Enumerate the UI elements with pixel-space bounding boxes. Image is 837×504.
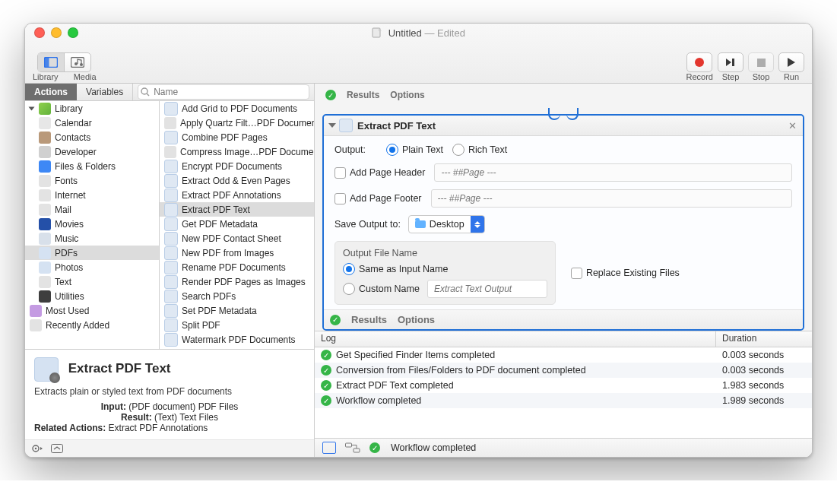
detail-result-label: Result: xyxy=(121,412,152,423)
category-movies[interactable]: Movies xyxy=(25,217,159,231)
action-item-icon xyxy=(164,319,178,332)
svg-rect-6 xyxy=(732,59,734,66)
close-window-button[interactable] xyxy=(34,27,45,38)
category-files-folders[interactable]: Files & Folders xyxy=(25,159,159,173)
results-link[interactable]: Results xyxy=(351,314,387,325)
smart-most-used[interactable]: Most Used xyxy=(25,303,159,318)
play-icon xyxy=(786,57,797,68)
output-plain-radio[interactable]: Plain Text xyxy=(386,144,443,156)
action-new-pdf-contact-sheet[interactable]: New PDF Contact Sheet xyxy=(160,231,314,246)
log-header-log[interactable]: Log xyxy=(315,331,716,347)
category-music[interactable]: Music xyxy=(25,231,159,246)
action-extract-odd-even-pages[interactable]: Extract Odd & Even Pages xyxy=(160,173,314,188)
stop-label: Stop xyxy=(753,72,770,81)
footer-template-input[interactable] xyxy=(431,189,792,208)
zoom-window-button[interactable] xyxy=(68,27,78,38)
library-media-segmented[interactable] xyxy=(37,52,91,72)
library-root[interactable]: Library xyxy=(25,101,159,116)
svg-rect-2 xyxy=(45,58,49,68)
detail-input-value: (PDF document) PDF Files xyxy=(128,401,238,412)
action-watermark-pdf-documents[interactable]: Watermark PDF Documents xyxy=(160,332,314,347)
ofn-custom-input[interactable] xyxy=(427,280,547,298)
replace-existing-checkbox[interactable]: Replace Existing Files xyxy=(571,268,680,279)
options-link[interactable]: Options xyxy=(398,314,435,325)
action-title: Extract PDF Text xyxy=(357,120,436,132)
action-item-icon xyxy=(164,117,176,129)
category-text[interactable]: Text xyxy=(25,274,159,289)
action-split-pdf[interactable]: Split PDF xyxy=(160,318,314,332)
action-search-pdfs[interactable]: Search PDFs xyxy=(160,289,314,303)
disclosure-triangle-icon[interactable] xyxy=(328,123,336,128)
log-row[interactable]: ✓Extract PDF Text completed1.983 seconds xyxy=(315,378,812,393)
ofn-same-radio[interactable]: Same as Input Name xyxy=(343,263,448,275)
action-apply-quartz-filt-pdf-documents[interactable]: Apply Quartz Filt…PDF Documents xyxy=(160,116,314,130)
log-row[interactable]: ✓Get Specified Finder Items completed0.0… xyxy=(315,347,812,363)
log-row[interactable]: ✓Workflow completed1.989 seconds xyxy=(315,393,812,408)
action-add-grid-to-pdf-documents[interactable]: Add Grid to PDF Documents xyxy=(160,101,314,116)
action-new-pdf-from-images[interactable]: New PDF from Images xyxy=(160,246,314,260)
category-contacts[interactable]: Contacts xyxy=(25,130,159,144)
action-extract-pdf-text[interactable]: Extract PDF Text xyxy=(160,202,314,217)
tab-actions[interactable]: Actions xyxy=(25,84,77,100)
actions-list[interactable]: Add Grid to PDF DocumentsApply Quartz Fi… xyxy=(160,101,314,349)
options-link[interactable]: Options xyxy=(390,90,424,100)
smart-recently-added[interactable]: Recently Added xyxy=(25,318,159,332)
category-developer[interactable]: Developer xyxy=(25,144,159,159)
output-rich-radio[interactable]: Rich Text xyxy=(452,144,507,156)
minimize-window-button[interactable] xyxy=(51,27,62,38)
category-fonts[interactable]: Fonts xyxy=(25,173,159,188)
view-mode-flow-icon[interactable] xyxy=(345,442,360,453)
action-item-icon xyxy=(164,146,176,158)
category-utilities[interactable]: Utilities xyxy=(25,289,159,303)
library-icon xyxy=(39,103,51,115)
action-compress-image-pdf-documents[interactable]: Compress Image…PDF Documents xyxy=(160,144,314,159)
ofn-custom-radio[interactable]: Custom Name xyxy=(343,283,420,295)
category-photos[interactable]: Photos xyxy=(25,260,159,274)
action-item-icon xyxy=(164,246,178,260)
view-mode-list-icon[interactable] xyxy=(322,442,336,454)
check-icon: ✓ xyxy=(321,350,331,360)
category-icon xyxy=(39,146,51,158)
media-toggle[interactable] xyxy=(65,53,90,71)
category-calendar[interactable]: Calendar xyxy=(25,116,159,130)
ofn-title: Output File Name xyxy=(343,248,547,258)
action-rename-pdf-documents[interactable]: Rename PDF Documents xyxy=(160,260,314,274)
log-rows[interactable]: ✓Get Specified Finder Items completed0.0… xyxy=(315,347,812,438)
action-set-pdf-metadata[interactable]: Set PDF Metadata xyxy=(160,303,314,318)
action-item-icon xyxy=(164,160,178,173)
category-icon xyxy=(39,117,51,129)
action-extract-pdf-annotations[interactable]: Extract PDF Annotations xyxy=(160,188,314,202)
close-action-icon[interactable]: ✕ xyxy=(788,120,797,132)
action-encrypt-pdf-documents[interactable]: Encrypt PDF Documents xyxy=(160,159,314,173)
action-icon xyxy=(339,119,353,132)
stop-button[interactable] xyxy=(748,52,774,72)
action-item-icon xyxy=(164,131,178,144)
results-link[interactable]: Results xyxy=(347,90,379,100)
window-controls xyxy=(25,27,78,38)
step-button[interactable] xyxy=(718,52,743,72)
workflow-canvas[interactable]: ✓ Results Options Extract PDF Text ✕ Out… xyxy=(315,84,812,331)
action-render-pdf-pages-as-images[interactable]: Render PDF Pages as Images xyxy=(160,274,314,289)
search-input[interactable] xyxy=(138,84,309,100)
tab-variables[interactable]: Variables xyxy=(77,84,132,100)
save-output-select[interactable]: Desktop xyxy=(408,215,485,233)
library-label: Library xyxy=(33,72,59,81)
add-footer-checkbox[interactable]: Add Page Footer xyxy=(334,193,422,204)
library-toggle[interactable] xyxy=(38,53,65,71)
category-internet[interactable]: Internet xyxy=(25,188,159,202)
add-header-checkbox[interactable]: Add Page Header xyxy=(334,167,425,179)
action-item-icon xyxy=(164,217,178,231)
header-template-input[interactable] xyxy=(434,163,792,182)
record-button[interactable] xyxy=(686,52,712,72)
library-categories[interactable]: LibraryCalendarContactsDeveloperFiles & … xyxy=(25,101,160,349)
collapse-detail-icon[interactable] xyxy=(51,444,63,453)
action-get-pdf-metadata[interactable]: Get PDF Metadata xyxy=(160,217,314,231)
action-combine-pdf-pages[interactable]: Combine PDF Pages xyxy=(160,130,314,144)
gear-icon[interactable] xyxy=(31,443,43,454)
action-item-icon xyxy=(164,290,178,303)
log-header-duration[interactable]: Duration xyxy=(716,331,812,347)
log-row[interactable]: ✓Conversion from Files/Folders to PDF do… xyxy=(315,363,812,378)
category-mail[interactable]: Mail xyxy=(25,202,159,217)
run-button[interactable] xyxy=(778,52,804,72)
category-pdfs[interactable]: PDFs xyxy=(25,246,159,260)
